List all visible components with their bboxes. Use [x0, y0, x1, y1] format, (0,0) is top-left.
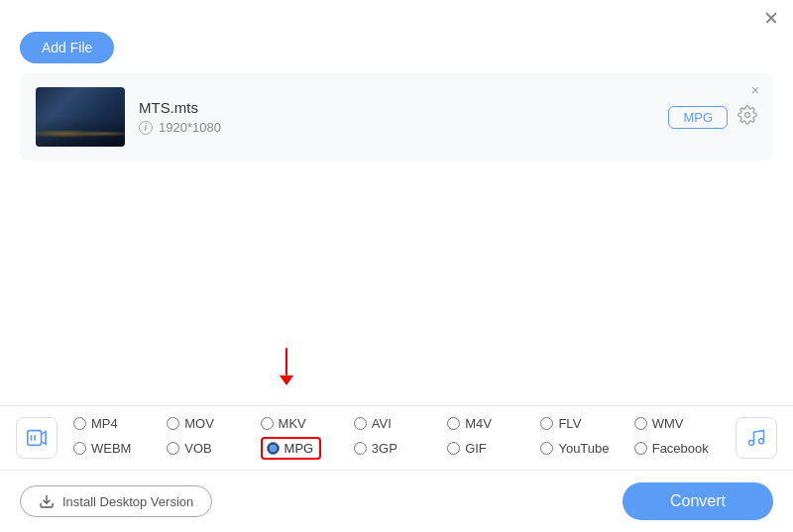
audio-format-icon[interactable] [736, 417, 777, 459]
format-option-mov[interactable]: MOV [167, 416, 260, 431]
arrow-shaft [285, 348, 288, 375]
svg-point-5 [759, 439, 764, 444]
info-icon[interactable]: i [139, 121, 153, 135]
file-actions: MPG [668, 105, 757, 130]
main-content [0, 160, 793, 418]
mpg-arrow-indicator [280, 348, 293, 385]
format-grid: MP4 MOV MKV AVI M4V [73, 416, 728, 460]
format-option-mkv[interactable]: MKV [261, 416, 354, 431]
top-bar: Add File [0, 26, 793, 73]
file-thumbnail [36, 87, 125, 147]
format-selector: MP4 MOV MKV AVI M4V [0, 405, 793, 471]
format-option-3gp[interactable]: 3GP [354, 437, 447, 460]
install-desktop-button[interactable]: Install Desktop Version [20, 485, 212, 517]
file-resolution: 1920*1080 [159, 120, 221, 135]
format-option-mpg[interactable]: MPG [261, 437, 354, 460]
title-bar [0, 0, 793, 26]
format-option-gif[interactable]: GIF [447, 437, 540, 460]
file-info: MTS.mts i 1920*1080 [139, 99, 668, 135]
file-remove-button[interactable]: × [751, 83, 759, 97]
svg-point-0 [745, 112, 750, 117]
file-item: MTS.mts i 1920*1080 MPG × [20, 73, 773, 160]
file-format-badge[interactable]: MPG [668, 106, 728, 129]
format-option-vob[interactable]: VOB [167, 437, 260, 460]
format-option-m4v[interactable]: M4V [447, 416, 540, 431]
format-option-avi[interactable]: AVI [354, 416, 447, 431]
format-option-webm[interactable]: WEBM [73, 437, 167, 460]
settings-icon[interactable] [737, 105, 757, 130]
download-icon [39, 493, 55, 509]
arrow-head [280, 375, 293, 385]
format-option-facebook[interactable]: Facebook [634, 437, 728, 460]
action-bar: Install Desktop Version Convert [0, 471, 793, 532]
svg-point-4 [749, 441, 754, 446]
format-option-flv[interactable]: FLV [540, 416, 633, 431]
video-format-icon[interactable] [16, 417, 57, 459]
install-label: Install Desktop Version [62, 494, 193, 509]
window-close-button[interactable] [763, 10, 779, 26]
add-file-button[interactable]: Add File [20, 32, 114, 63]
format-option-wmv[interactable]: WMV [634, 416, 728, 431]
file-name: MTS.mts [139, 99, 668, 116]
file-meta: i 1920*1080 [139, 120, 668, 135]
bottom-section: MP4 MOV MKV AVI M4V [0, 405, 793, 532]
convert-button[interactable]: Convert [623, 482, 773, 520]
thumbnail-overlay [36, 117, 125, 147]
format-option-youtube[interactable]: YouTube [540, 437, 633, 460]
format-option-mp4[interactable]: MP4 [73, 416, 167, 431]
